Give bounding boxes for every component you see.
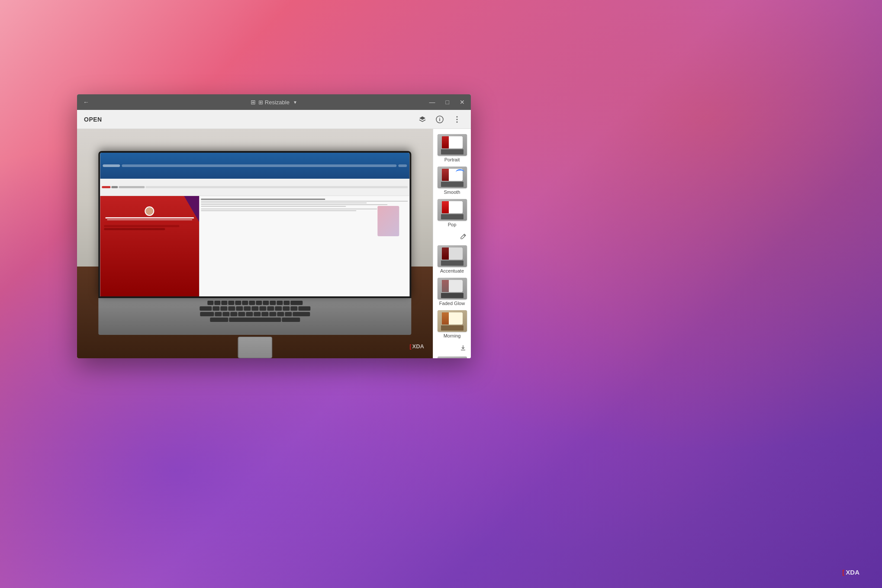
filter-item-bright[interactable]: Bright (433, 355, 471, 358)
mini-keys-portrait (441, 149, 464, 154)
photo-area: [ XDA (77, 129, 433, 358)
xda-bracket: [ (409, 343, 411, 350)
mini-laptop-accentuate (438, 245, 467, 267)
mini-laptop-bright (438, 357, 467, 358)
filter-label-portrait: Portrait (444, 157, 460, 162)
edit-icon-button[interactable] (457, 231, 469, 243)
title-bar-center: ⊞ ⊞ Resizable ▼ (251, 99, 297, 106)
toolbar-actions: i (415, 112, 464, 126)
filter-label-faded-glow: Faded Glow (439, 301, 465, 306)
close-button[interactable]: ✕ (457, 98, 467, 106)
filter-thumb-smooth (438, 167, 467, 188)
document-background (100, 153, 409, 296)
filter-label-pop: Pop (448, 222, 457, 227)
mini-keys-pop (441, 214, 464, 219)
mini-laptop-morning (438, 310, 467, 332)
mini-laptop-faded-glow (438, 278, 467, 299)
laptop-screen (98, 151, 411, 298)
title-bar: ← ⊞ ⊞ Resizable ▼ — □ ✕ (77, 94, 471, 110)
resize-icon: ⊞ (251, 99, 256, 106)
toolbar-title: OPEN (84, 116, 102, 123)
filter-item-pop[interactable]: Pop (433, 197, 471, 230)
laptop-keyboard (98, 298, 411, 335)
minimize-button[interactable]: — (427, 98, 438, 106)
mini-laptop-portrait (438, 134, 467, 156)
filter-item-accentuate[interactable]: Accentuate (433, 244, 471, 276)
xda-bracket-bottom: [ (842, 569, 844, 576)
mini-keys-faded-glow (441, 293, 464, 298)
svg-point-3 (457, 119, 458, 120)
laptop-photo: [ XDA (77, 129, 433, 358)
filter-thumb-bright (438, 357, 467, 358)
photo-watermark: [ XDA (409, 343, 424, 350)
filter-item-morning[interactable]: Morning (433, 308, 471, 341)
more-options-button[interactable] (450, 112, 464, 126)
download-icon-button[interactable] (457, 342, 469, 354)
filter-item-faded-glow[interactable]: Faded Glow (433, 276, 471, 308)
filter-item-portrait[interactable]: Portrait (433, 132, 471, 165)
svg-point-4 (457, 121, 458, 122)
toolbar: OPEN i (77, 110, 471, 129)
filter-thumb-portrait (438, 134, 467, 156)
laptop-screen-inner (100, 153, 409, 296)
svg-text:i: i (439, 117, 440, 122)
mini-screen-accentuate (442, 247, 463, 260)
mini-laptop-pop (438, 199, 467, 221)
xda-text: XDA (412, 343, 424, 350)
mini-keys-morning (441, 325, 464, 331)
main-content: [ XDA (77, 129, 471, 358)
info-button[interactable]: i (433, 112, 447, 126)
mini-screen-morning (442, 312, 463, 325)
filter-label-morning: Morning (444, 333, 461, 338)
mini-screen-faded-glow (442, 280, 463, 292)
mini-screen-portrait (442, 136, 463, 148)
xda-text-bottom: XDA (846, 569, 859, 576)
back-button[interactable]: ← (80, 98, 92, 106)
selected-indicator (456, 169, 464, 175)
xda-logo-bottom: [ XDA (842, 569, 859, 576)
mini-keys-smooth (441, 182, 464, 187)
filter-thumb-morning (438, 310, 467, 332)
dropdown-arrow: ▼ (293, 100, 297, 105)
title-bar-right: — □ ✕ (427, 98, 467, 106)
filter-label-smooth: Smooth (444, 190, 460, 195)
app-window: ← ⊞ ⊞ Resizable ▼ — □ ✕ OPEN (77, 94, 471, 358)
svg-point-2 (457, 116, 458, 117)
laptop-body (98, 151, 411, 358)
filter-thumb-accentuate (438, 245, 467, 267)
laptop-touchpad (238, 337, 272, 358)
resize-label[interactable]: ⊞ Resizable (258, 99, 290, 106)
filter-thumb-faded-glow (438, 278, 467, 299)
maximize-button[interactable]: □ (443, 98, 452, 106)
mini-screen-pop (442, 201, 463, 213)
filter-sidebar: Portrait Smooth (433, 129, 471, 358)
mini-keys-accentuate (441, 260, 464, 266)
title-bar-left: ← (80, 98, 92, 106)
filter-thumb-pop (438, 199, 467, 221)
layers-button[interactable] (415, 112, 429, 126)
filter-item-smooth[interactable]: Smooth (433, 165, 471, 197)
filter-label-accentuate: Accentuate (440, 268, 464, 273)
